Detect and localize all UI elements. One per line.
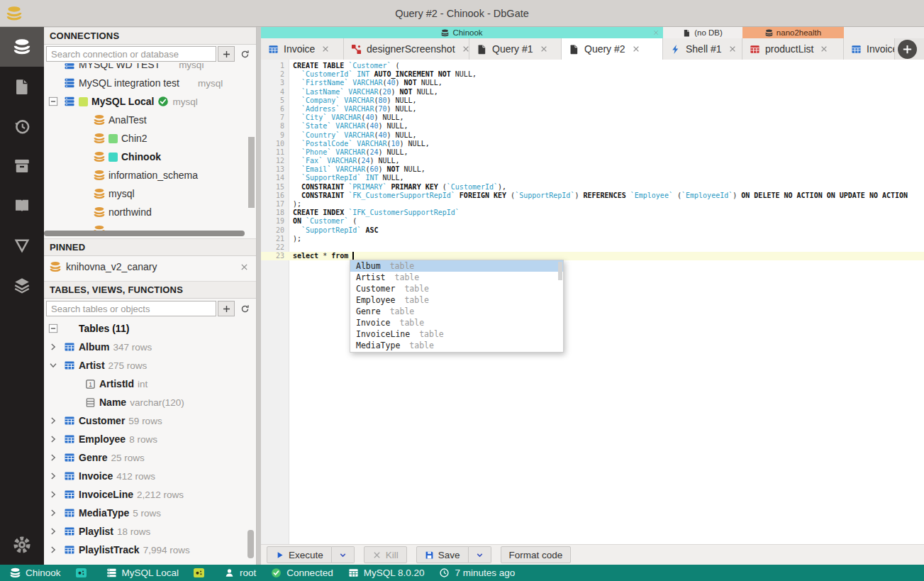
database-chinook[interactable]: Chinook <box>44 148 256 166</box>
expander-icon[interactable] <box>48 526 60 536</box>
rail-item-settings[interactable] <box>0 535 44 555</box>
close-button[interactable] <box>901 8 913 19</box>
database-mysql[interactable]: mysql <box>44 184 256 203</box>
table-label: Tables (11) <box>79 323 129 334</box>
database-chin2[interactable]: Chin2 <box>44 129 256 148</box>
tables-group-header[interactable]: Tables (11) <box>44 319 256 338</box>
suggestion-name: MediaType <box>356 341 400 350</box>
tab-invoice-nano2health[interactable]: Invoice <box>844 38 895 60</box>
table-mediatype[interactable]: MediaType 5 rows <box>44 504 256 522</box>
kill-button[interactable]: Kill <box>364 546 407 563</box>
table-invoice[interactable]: Invoice 412 rows <box>44 467 256 485</box>
unpin-close-icon[interactable] <box>240 262 249 272</box>
suggestion-album[interactable]: Album table <box>350 260 563 272</box>
suggestion-invoiceline[interactable]: InvoiceLine table <box>350 328 563 340</box>
table-playlisttrack[interactable]: PlaylistTrack 7,994 rows <box>44 541 256 559</box>
connection-mysql-wd-test[interactable]: MYSQL WD TEST mysql <box>44 63 256 74</box>
save-dropdown-button[interactable] <box>469 546 491 563</box>
code-text: `City` VARCHAR(40) NULL, <box>289 114 404 122</box>
connection-mysql-integration-test[interactable]: MySQL integration test mysql <box>44 74 256 92</box>
autocomplete-scrollbar[interactable] <box>558 262 562 280</box>
code-text: ); <box>289 235 301 243</box>
close-tab-icon[interactable] <box>820 45 828 53</box>
code-line: 4 `LastName` VARCHAR(20) NOT NULL, <box>261 88 924 96</box>
column-name[interactable]: Name varchar(120) <box>44 393 256 411</box>
suggestion-mediatype[interactable]: MediaType table <box>350 340 563 351</box>
rail-item-connections[interactable] <box>0 27 44 67</box>
close-tab-icon[interactable] <box>632 45 640 53</box>
tab-designerscreenshot[interactable]: designerScreenshot <box>344 38 469 60</box>
table-genre[interactable]: Genre 25 rows <box>44 448 256 467</box>
expander-icon[interactable] <box>48 416 60 426</box>
expander-icon[interactable] <box>48 360 60 370</box>
database-northwind[interactable]: northwind <box>44 203 256 221</box>
database-icon <box>94 225 105 231</box>
save-button[interactable]: Save <box>416 546 469 563</box>
connections-horizontal-scrollbar[interactable] <box>44 231 245 236</box>
table-invoiceline[interactable]: InvoiceLine 2,212 rows <box>44 485 256 504</box>
rail-item-archive[interactable] <box>0 146 44 186</box>
close-tab-icon[interactable] <box>321 45 330 53</box>
add-table-button[interactable] <box>218 301 235 316</box>
tab-query-1[interactable]: Query #1 <box>469 38 562 60</box>
close-tab-icon[interactable] <box>728 45 737 53</box>
expander-icon[interactable] <box>48 489 60 499</box>
tab-productlist[interactable]: productList <box>742 38 844 60</box>
line-number: 21 <box>261 235 289 243</box>
code-text: `Email` VARCHAR(60) NOT NULL, <box>289 165 425 174</box>
execute-button[interactable]: Execute <box>267 546 332 563</box>
connections-search-input[interactable] <box>46 46 216 62</box>
table-playlist[interactable]: Playlist 18 rows <box>44 522 256 541</box>
format-code-button[interactable]: Format code <box>501 546 572 563</box>
suggestion-artist[interactable]: Artist table <box>350 272 563 283</box>
close-group-icon[interactable] <box>652 29 659 36</box>
execute-dropdown-button[interactable] <box>332 546 355 563</box>
expander-icon[interactable] <box>48 434 60 444</box>
suggestion-invoice[interactable]: Invoice table <box>350 317 563 328</box>
table-employee[interactable]: Employee 8 rows <box>44 430 256 448</box>
suggestion-customer[interactable]: Customer table <box>350 283 563 294</box>
rail-item-docs[interactable] <box>0 186 44 226</box>
expander-icon[interactable] <box>48 545 60 555</box>
pinned-knihovna-v2-canary[interactable]: knihovna_v2_canary <box>44 256 256 277</box>
tables-vertical-scrollbar[interactable] <box>247 530 254 558</box>
close-tab-icon[interactable] <box>462 45 470 53</box>
add-connection-button[interactable] <box>218 46 235 62</box>
kill-label: Kill <box>386 550 399 560</box>
rail-icon <box>13 157 30 175</box>
expander-icon[interactable] <box>48 323 60 333</box>
minimize-button[interactable] <box>845 8 856 19</box>
tab-shell-1[interactable]: Shell #1 <box>663 38 742 60</box>
chevron-down-icon <box>338 550 347 560</box>
expander-icon[interactable] <box>48 508 60 518</box>
column-artistid[interactable]: 1 ArtistId int <box>44 375 256 393</box>
refresh-connections-button[interactable] <box>236 46 253 62</box>
refresh-tables-button[interactable] <box>236 301 253 316</box>
close-tab-icon[interactable] <box>540 45 548 53</box>
tables-search-input[interactable] <box>46 301 216 316</box>
table-customer[interactable]: Customer 59 rows <box>44 411 256 430</box>
connection-mysql-local[interactable]: MySQL Local mysql <box>44 92 256 111</box>
rail-item-files[interactable] <box>0 67 44 106</box>
expander-icon[interactable] <box>48 342 60 352</box>
expander-icon[interactable] <box>48 453 60 463</box>
database-clipped[interactable] <box>44 221 256 231</box>
expander-icon[interactable] <box>48 471 60 481</box>
database-analtest[interactable]: AnalTest <box>44 111 256 129</box>
rail-item-plugins[interactable] <box>0 265 44 305</box>
suggestion-genre[interactable]: Genre table <box>350 306 563 317</box>
expander-icon[interactable] <box>48 96 60 106</box>
rail-item-history[interactable] <box>0 106 44 146</box>
connections-search-row <box>44 45 256 63</box>
tab-icon <box>750 44 760 55</box>
table-artist[interactable]: Artist 275 rows <box>44 356 256 375</box>
new-tab-button[interactable] <box>898 40 917 59</box>
rail-item-filter[interactable] <box>0 226 44 265</box>
connections-vertical-scrollbar[interactable] <box>248 137 255 208</box>
database-information-schema[interactable]: information_schema <box>44 166 256 184</box>
table-album[interactable]: Album 347 rows <box>44 338 256 356</box>
tab-query-2[interactable]: Query #2 <box>562 38 663 60</box>
restore-button[interactable] <box>873 8 884 19</box>
tab-invoice[interactable]: Invoice <box>261 38 344 60</box>
suggestion-employee[interactable]: Employee table <box>350 294 563 306</box>
